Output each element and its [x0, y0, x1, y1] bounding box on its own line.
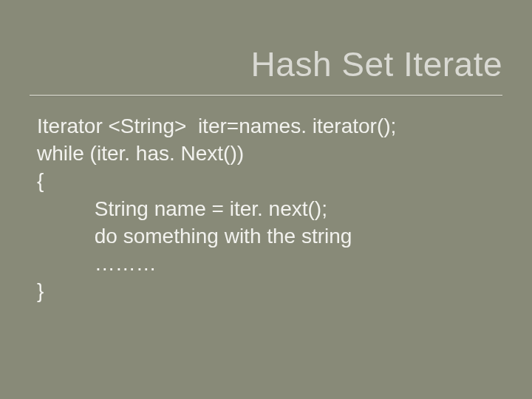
code-line-6: ……… — [37, 250, 502, 277]
code-line-2: while (iter. has. Next()) — [37, 140, 502, 167]
slide-title: Hash Set Iterate — [0, 44, 502, 84]
code-line-5: do something with the string — [37, 222, 502, 250]
slide: Hash Set Iterate Iterator <String> iter=… — [0, 0, 532, 399]
body-area: Iterator <String> iter=names. iterator()… — [0, 112, 532, 305]
code-line-3: { — [37, 167, 502, 194]
code-line-7: } — [37, 277, 502, 304]
code-line-4: String name = iter. next(); — [37, 195, 502, 222]
title-area: Hash Set Iterate — [0, 0, 532, 95]
code-line-1: Iterator <String> iter=names. iterator()… — [37, 112, 502, 140]
divider — [30, 95, 502, 96]
